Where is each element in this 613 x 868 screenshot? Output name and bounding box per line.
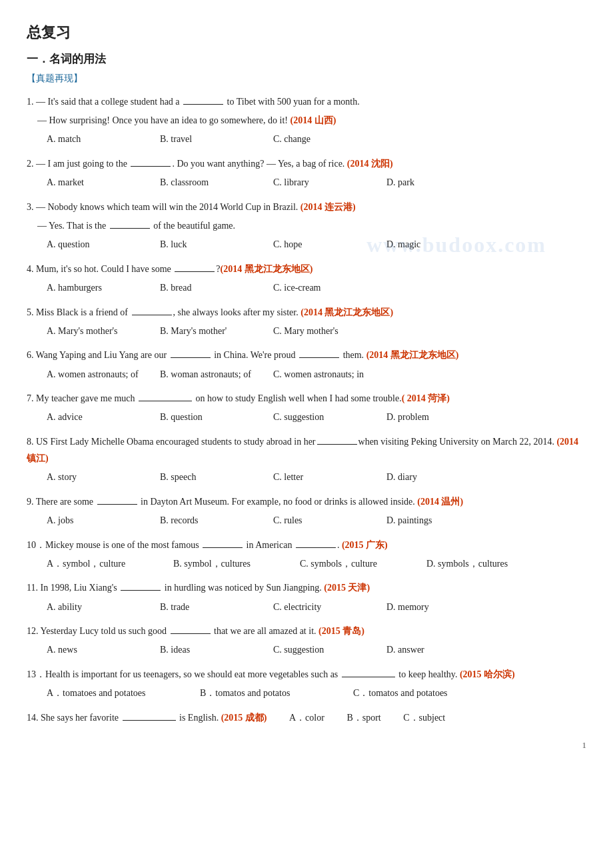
option-7b: B. question [160,409,253,427]
sub-title: 【真题再现】 [27,71,586,87]
question-3: 3. — Nobody knows which team will win th… [27,199,586,254]
option-9b: B. records [160,512,253,530]
question-10-text: 10．Mickey mouse is one of the most famou… [27,537,586,553]
option-4b: B. bread [160,279,253,297]
option-8a: A. story [47,469,140,487]
option-9c: C. rules [273,512,366,530]
option-8d: D. diary [386,469,480,487]
option-12a: A. news [47,641,140,659]
question-8-text: 8. US First Lady Michelle Obama encourag… [27,433,586,467]
question-9-options: A. jobs B. records C. rules D. paintings [27,512,586,530]
option-11b: B. trade [160,599,253,617]
option-2c: C. library [273,174,366,192]
question-7: 7. My teacher gave me much on how to stu… [27,390,586,427]
option-7c: C. suggestion [273,409,366,427]
page-number: 1 [27,738,586,753]
option-1b: B. travel [160,131,253,149]
question-1-text: 1. — It's said that a college student ha… [27,93,586,110]
option-3d: D. magic [386,236,480,254]
option-7d: D. problem [386,409,480,427]
option-10b: B. symbol，cultures [173,555,280,573]
option-3c: C. hope [273,236,366,254]
option-12c: C. suggestion [273,641,366,659]
question-8: 8. US First Lady Michelle Obama encourag… [27,433,586,487]
question-9: 9. There are some in Dayton Art Museum. … [27,493,586,530]
question-11: 11. In 1998, Liu Xiang's in hurdling was… [27,579,586,616]
option-8c: C. letter [273,469,366,487]
question-3-options: A. question B. luck C. hope D. magic [27,236,586,254]
option-11a: A. ability [47,599,140,617]
option-13a: A．tomatoes and potatoes [47,685,180,703]
option-9d: D. paintings [386,512,480,530]
question-12-options: A. news B. ideas C. suggestion D. answer [27,641,586,659]
option-8b: B. speech [160,469,253,487]
option-11d: D. memory [386,599,480,617]
option-11c: C. electricity [273,599,366,617]
option-7a: A. advice [47,409,140,427]
option-6a: A. women astronauts; of [47,366,140,384]
option-10a: A．symbol，culture [47,555,153,573]
question-7-options: A. advice B. question C. suggestion D. p… [27,409,586,427]
question-8-options: A. story B. speech C. letter D. diary [27,469,586,487]
option-9a: A. jobs [47,512,140,530]
option-2b: B. classroom [160,174,253,192]
question-3-text: 3. — Nobody knows which team will win th… [27,199,586,215]
option-1c: C. change [273,131,366,149]
question-4: 4. Mum, it's so hot. Could I have some ?… [27,261,586,297]
question-6-options: A. women astronauts; of B. woman astrona… [27,366,586,384]
option-4a: A. hamburgers [47,279,140,297]
option-13c: C．tomatos and potatoes [353,685,486,703]
question-12: 12. Yesterday Lucy told us such good tha… [27,623,586,659]
page-title: 总复习 [27,20,586,45]
question-10-options: A．symbol，culture B. symbol，cultures C. s… [27,555,586,573]
option-3b: B. luck [160,236,253,254]
option-13b: B．tomatos and potatos [200,685,333,703]
option-10c: C. symbols，culture [300,555,406,573]
question-2-text: 2. — I am just going to the . Do you wan… [27,155,586,172]
question-11-text: 11. In 1998, Liu Xiang's in hurdling was… [27,579,586,596]
option-2d: D. park [386,174,480,192]
question-1: 1. — It's said that a college student ha… [27,93,586,149]
question-13-text: 13．Health is important for us teenagers,… [27,666,586,683]
section-title: 一．名词的用法 [27,50,586,69]
question-6-text: 6. Wang Yaping and Liu Yang are our in C… [27,347,586,363]
option-2a: A. market [47,174,140,192]
option-10d: D. symbols，cultures [426,555,533,573]
question-14-text: 14. She says her favorite is English. (2… [27,709,586,726]
question-12-text: 12. Yesterday Lucy told us such good tha… [27,623,586,639]
question-5-text: 5. Miss Black is a friend of , she alway… [27,304,586,321]
option-5a: A. Mary's mother's [47,323,140,341]
question-4-text: 4. Mum, it's so hot. Could I have some ?… [27,261,586,277]
option-3a: A. question [47,236,140,254]
option-6c: C. women astronauts; in [273,366,366,384]
option-1a: A. match [47,131,140,149]
question-5-options: A. Mary's mother's B. Mary's mother' C. … [27,323,586,341]
question-7-text: 7. My teacher gave me much on how to stu… [27,390,586,407]
question-2-options: A. market B. classroom C. library D. par… [27,174,586,192]
option-5b: B. Mary's mother' [160,323,253,341]
question-3-sub: — Yes. That is the of the beautiful game… [27,217,586,234]
question-4-options: A. hamburgers B. bread C. ice-cream [27,279,586,297]
option-4c: C. ice-cream [273,279,366,297]
question-14: 14. She says her favorite is English. (2… [27,709,586,726]
option-12d: D. answer [386,641,480,659]
question-13-options: A．tomatoes and potatoes B．tomatos and po… [27,685,586,703]
option-12b: B. ideas [160,641,253,659]
question-10: 10．Mickey mouse is one of the most famou… [27,537,586,573]
question-2: 2. — I am just going to the . Do you wan… [27,155,586,192]
option-5c: C. Mary mother's [273,323,366,341]
question-6: 6. Wang Yaping and Liu Yang are our in C… [27,347,586,383]
question-9-text: 9. There are some in Dayton Art Museum. … [27,493,586,510]
question-13: 13．Health is important for us teenagers,… [27,666,586,703]
question-11-options: A. ability B. trade C. electricity D. me… [27,599,586,617]
question-1-sub: — How surprising! Once you have an idea … [27,112,586,129]
option-6b: B. woman astronauts; of [160,366,253,384]
question-1-options: A. match B. travel C. change [27,131,586,149]
question-5: 5. Miss Black is a friend of , she alway… [27,304,586,341]
